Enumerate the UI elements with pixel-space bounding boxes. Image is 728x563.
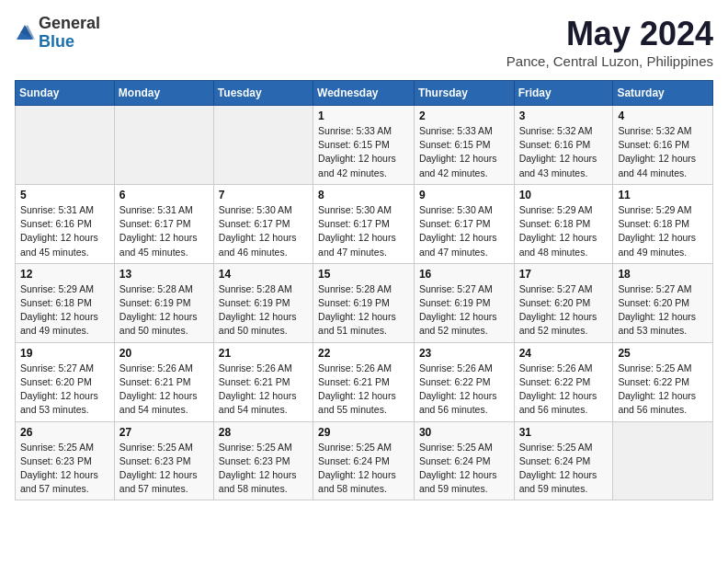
day-number: 28 (219, 426, 308, 439)
column-header-monday: Monday (114, 81, 213, 106)
day-number: 30 (419, 426, 509, 439)
calendar-cell: 27Sunrise: 5:25 AM Sunset: 6:23 PM Dayli… (114, 421, 213, 500)
day-number: 16 (419, 268, 509, 281)
day-info: Sunrise: 5:27 AM Sunset: 6:19 PM Dayligh… (419, 282, 509, 339)
day-number: 11 (618, 189, 708, 201)
calendar-cell: 12Sunrise: 5:29 AM Sunset: 6:18 PM Dayli… (16, 263, 115, 342)
calendar-cell: 5Sunrise: 5:31 AM Sunset: 6:16 PM Daylig… (16, 184, 115, 263)
day-number: 3 (519, 109, 609, 122)
calendar-cell: 24Sunrise: 5:26 AM Sunset: 6:22 PM Dayli… (514, 342, 613, 421)
calendar-cell: 4Sunrise: 5:32 AM Sunset: 6:16 PM Daylig… (613, 106, 713, 185)
day-number: 21 (219, 347, 308, 360)
day-number: 15 (318, 268, 409, 281)
calendar-cell: 9Sunrise: 5:30 AM Sunset: 6:17 PM Daylig… (414, 184, 514, 263)
calendar-cell: 19Sunrise: 5:27 AM Sunset: 6:20 PM Dayli… (16, 342, 115, 421)
day-info: Sunrise: 5:29 AM Sunset: 6:18 PM Dayligh… (519, 203, 609, 259)
calendar-cell: 14Sunrise: 5:28 AM Sunset: 6:19 PM Dayli… (213, 263, 313, 342)
day-number: 6 (119, 189, 209, 201)
calendar-header-row: SundayMondayTuesdayWednesdayThursdayFrid… (16, 81, 713, 106)
day-info: Sunrise: 5:25 AM Sunset: 6:24 PM Dayligh… (519, 441, 609, 497)
day-number: 25 (618, 347, 708, 360)
calendar-cell: 15Sunrise: 5:28 AM Sunset: 6:19 PM Dayli… (313, 263, 415, 342)
calendar-cell: 13Sunrise: 5:28 AM Sunset: 6:19 PM Dayli… (114, 263, 213, 342)
day-number: 4 (618, 109, 708, 122)
day-info: Sunrise: 5:27 AM Sunset: 6:20 PM Dayligh… (20, 362, 109, 418)
day-info: Sunrise: 5:30 AM Sunset: 6:17 PM Dayligh… (219, 203, 308, 259)
column-header-saturday: Saturday (613, 81, 713, 106)
logo-icon (15, 23, 35, 43)
calendar-cell: 7Sunrise: 5:30 AM Sunset: 6:17 PM Daylig… (213, 184, 313, 263)
calendar-cell: 22Sunrise: 5:26 AM Sunset: 6:21 PM Dayli… (313, 342, 415, 421)
calendar-cell: 1Sunrise: 5:33 AM Sunset: 6:15 PM Daylig… (313, 106, 415, 185)
day-info: Sunrise: 5:28 AM Sunset: 6:19 PM Dayligh… (318, 282, 409, 339)
calendar-cell: 18Sunrise: 5:27 AM Sunset: 6:20 PM Dayli… (613, 263, 713, 342)
day-info: Sunrise: 5:33 AM Sunset: 6:15 PM Dayligh… (419, 124, 509, 180)
day-info: Sunrise: 5:25 AM Sunset: 6:23 PM Dayligh… (20, 441, 109, 497)
day-number: 13 (119, 268, 209, 281)
column-header-thursday: Thursday (414, 81, 514, 106)
day-info: Sunrise: 5:29 AM Sunset: 6:18 PM Dayligh… (20, 282, 109, 339)
calendar: SundayMondayTuesdayWednesdayThursdayFrid… (15, 80, 713, 500)
day-info: Sunrise: 5:26 AM Sunset: 6:21 PM Dayligh… (318, 362, 409, 418)
day-number: 8 (318, 189, 409, 201)
day-number: 22 (318, 347, 409, 360)
day-info: Sunrise: 5:31 AM Sunset: 6:16 PM Dayligh… (20, 203, 109, 259)
calendar-cell: 17Sunrise: 5:27 AM Sunset: 6:20 PM Dayli… (514, 263, 613, 342)
calendar-cell: 26Sunrise: 5:25 AM Sunset: 6:23 PM Dayli… (16, 421, 115, 500)
calendar-cell (613, 421, 713, 500)
day-info: Sunrise: 5:26 AM Sunset: 6:21 PM Dayligh… (219, 362, 308, 418)
column-header-tuesday: Tuesday (213, 81, 313, 106)
day-number: 20 (119, 347, 209, 360)
calendar-cell: 10Sunrise: 5:29 AM Sunset: 6:18 PM Dayli… (514, 184, 613, 263)
calendar-week-row: 1Sunrise: 5:33 AM Sunset: 6:15 PM Daylig… (16, 106, 713, 185)
day-number: 24 (519, 347, 609, 360)
calendar-cell: 8Sunrise: 5:30 AM Sunset: 6:17 PM Daylig… (313, 184, 415, 263)
subtitle: Pance, Central Luzon, Philippines (506, 53, 713, 69)
day-info: Sunrise: 5:26 AM Sunset: 6:21 PM Dayligh… (119, 362, 209, 418)
day-info: Sunrise: 5:28 AM Sunset: 6:19 PM Dayligh… (219, 282, 308, 339)
calendar-cell: 29Sunrise: 5:25 AM Sunset: 6:24 PM Dayli… (313, 421, 415, 500)
logo-blue: Blue (39, 33, 100, 52)
calendar-cell: 16Sunrise: 5:27 AM Sunset: 6:19 PM Dayli… (414, 263, 514, 342)
day-info: Sunrise: 5:32 AM Sunset: 6:16 PM Dayligh… (618, 124, 708, 180)
main-title: May 2024 (506, 15, 713, 53)
day-info: Sunrise: 5:25 AM Sunset: 6:23 PM Dayligh… (219, 441, 308, 497)
calendar-cell (213, 106, 313, 185)
header: General Blue May 2024 Pance, Central Luz… (15, 15, 713, 69)
day-number: 7 (219, 189, 308, 201)
day-number: 10 (519, 189, 609, 201)
calendar-cell: 2Sunrise: 5:33 AM Sunset: 6:15 PM Daylig… (414, 106, 514, 185)
calendar-cell: 30Sunrise: 5:25 AM Sunset: 6:24 PM Dayli… (414, 421, 514, 500)
calendar-week-row: 5Sunrise: 5:31 AM Sunset: 6:16 PM Daylig… (16, 184, 713, 263)
day-number: 23 (419, 347, 509, 360)
day-number: 31 (519, 426, 609, 439)
column-header-friday: Friday (514, 81, 613, 106)
calendar-cell: 31Sunrise: 5:25 AM Sunset: 6:24 PM Dayli… (514, 421, 613, 500)
day-info: Sunrise: 5:26 AM Sunset: 6:22 PM Dayligh… (419, 362, 509, 418)
day-number: 26 (20, 426, 109, 439)
title-section: May 2024 Pance, Central Luzon, Philippin… (506, 15, 713, 69)
calendar-cell (16, 106, 115, 185)
calendar-cell: 23Sunrise: 5:26 AM Sunset: 6:22 PM Dayli… (414, 342, 514, 421)
day-info: Sunrise: 5:32 AM Sunset: 6:16 PM Dayligh… (519, 124, 609, 180)
day-info: Sunrise: 5:30 AM Sunset: 6:17 PM Dayligh… (318, 203, 409, 259)
calendar-cell: 25Sunrise: 5:25 AM Sunset: 6:22 PM Dayli… (613, 342, 713, 421)
day-number: 5 (20, 189, 109, 201)
day-number: 12 (20, 268, 109, 281)
logo: General Blue (15, 15, 100, 52)
day-info: Sunrise: 5:26 AM Sunset: 6:22 PM Dayligh… (519, 362, 609, 418)
calendar-cell: 11Sunrise: 5:29 AM Sunset: 6:18 PM Dayli… (613, 184, 713, 263)
day-number: 1 (318, 109, 409, 122)
day-info: Sunrise: 5:31 AM Sunset: 6:17 PM Dayligh… (119, 203, 209, 259)
calendar-cell (114, 106, 213, 185)
day-number: 27 (119, 426, 209, 439)
day-number: 2 (419, 109, 509, 122)
day-info: Sunrise: 5:27 AM Sunset: 6:20 PM Dayligh… (519, 282, 609, 339)
day-number: 17 (519, 268, 609, 281)
day-info: Sunrise: 5:29 AM Sunset: 6:18 PM Dayligh… (618, 203, 708, 259)
calendar-cell: 20Sunrise: 5:26 AM Sunset: 6:21 PM Dayli… (114, 342, 213, 421)
column-header-sunday: Sunday (16, 81, 115, 106)
calendar-cell: 28Sunrise: 5:25 AM Sunset: 6:23 PM Dayli… (213, 421, 313, 500)
column-header-wednesday: Wednesday (313, 81, 415, 106)
calendar-week-row: 19Sunrise: 5:27 AM Sunset: 6:20 PM Dayli… (16, 342, 713, 421)
